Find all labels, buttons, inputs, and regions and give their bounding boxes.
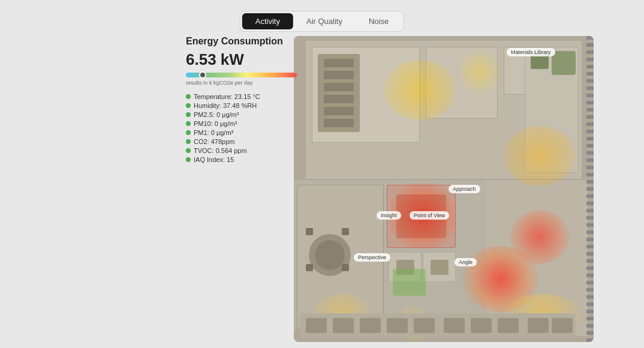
tab-air-quality[interactable]: Air Quality	[293, 13, 356, 29]
main-container: Activity Air Quality Noise Energy Consum…	[0, 0, 644, 348]
sensor-item: Humidity: 37.48 %RH	[186, 102, 297, 109]
tab-noise[interactable]: Noise	[356, 13, 402, 29]
sensor-dot	[186, 112, 191, 117]
sensor-item: CO2: 478ppm	[186, 138, 297, 145]
sensor-dot	[186, 94, 191, 99]
sensor-dot	[186, 157, 191, 162]
energy-subtitle: results in 6 kgCO2e per day	[186, 80, 297, 86]
floorplan-wrapper: Materials Library Approach Insight Point…	[294, 36, 594, 342]
label-approach: Approach	[449, 185, 480, 193]
sensor-dot	[186, 103, 191, 108]
label-point-of-view: Point of View	[410, 211, 449, 220]
energy-panel: Energy Consumption 6.53 kW results in 6 …	[186, 36, 297, 165]
floorplan-bg: Materials Library Approach Insight Point…	[294, 36, 594, 342]
sensor-item: PM2.5: 0 μg/m³	[186, 111, 297, 118]
sensor-dot	[186, 148, 191, 153]
label-materials-library: Materials Library	[507, 48, 555, 56]
label-perspective: Perspective	[354, 253, 390, 262]
sensor-list: Temperature: 23.15 °CHumidity: 37.48 %RH…	[186, 93, 297, 163]
energy-bar-indicator	[199, 71, 206, 79]
sensor-item: PM10: 0 μg/m³	[186, 120, 297, 127]
energy-bar	[186, 73, 297, 77]
sensor-dot	[186, 121, 191, 126]
sensor-dot	[186, 139, 191, 144]
sensor-item: Temperature: 23.15 °C	[186, 93, 297, 100]
sensor-item: TVOC: 0.564 ppm	[186, 147, 297, 154]
sensor-item: PM1: 0 μg/m³	[186, 129, 297, 136]
label-insight: Insight	[377, 211, 401, 220]
energy-value: 6.53 kW	[186, 50, 297, 69]
tab-activity[interactable]: Activity	[242, 13, 293, 29]
sensor-dot	[186, 130, 191, 135]
energy-title: Energy Consumption	[186, 36, 297, 47]
sensor-item: IAQ Index: 15	[186, 156, 297, 163]
label-angle: Angle	[455, 258, 477, 266]
tab-bar: Activity Air Quality Noise	[240, 11, 404, 32]
